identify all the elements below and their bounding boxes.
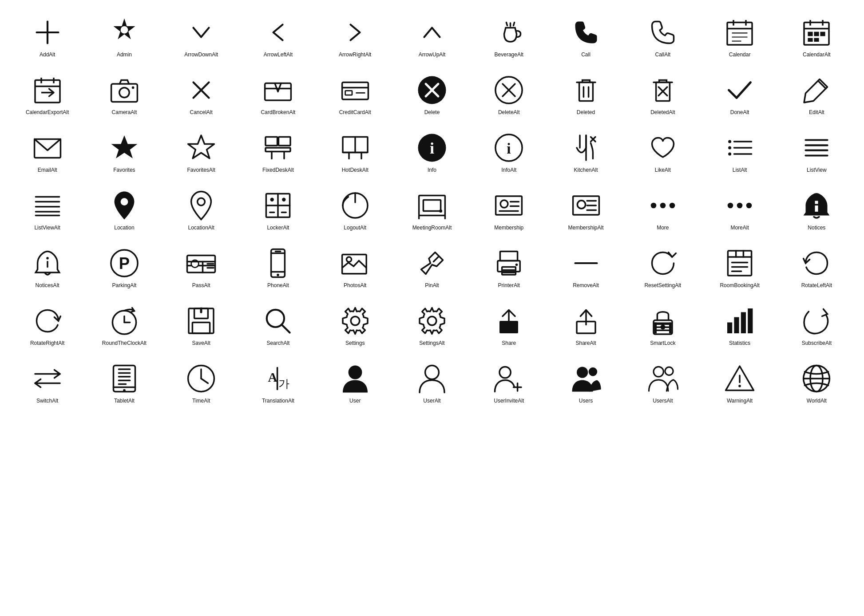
icon-label-more: More	[657, 225, 669, 232]
icon-label-resetsettingalt: ResetSettingAlt	[644, 282, 681, 289]
svg-point-77	[728, 146, 731, 150]
icon-cell-smartlock: SmartLock	[624, 297, 701, 351]
icon-label-noticesalt: NoticesAlt	[36, 282, 59, 289]
svg-point-188	[123, 389, 126, 392]
arrow-up-alt-icon	[416, 17, 448, 48]
svg-text:가: 가	[279, 377, 290, 390]
icon-cell-resetsettingalt: ResetSettingAlt	[624, 240, 701, 293]
icon-cell-cancelalt: CancelAlt	[163, 67, 240, 120]
favorites-alt-icon	[186, 132, 217, 163]
svg-rect-181	[734, 317, 739, 333]
edit-alt-icon	[801, 75, 832, 106]
icon-cell-translationalt: A 가 TranslationAlt	[240, 355, 317, 408]
smart-lock-icon	[647, 305, 678, 336]
icon-label-sharealt: ShareAlt	[576, 340, 596, 347]
tablet-alt-icon	[109, 363, 140, 394]
svg-line-166	[282, 325, 290, 333]
svg-point-75	[728, 140, 731, 143]
svg-rect-177	[654, 330, 671, 332]
icon-cell-switchalt: SwitchAlt	[9, 355, 86, 408]
icon-label-infoalt: InfoAlt	[501, 167, 516, 174]
svg-rect-179	[669, 323, 672, 334]
icon-cell-info: i Info	[393, 124, 470, 178]
icon-cell-savealt: SaveAlt	[163, 297, 240, 351]
icon-cell-infoalt: i InfoAlt	[471, 124, 547, 178]
icon-cell-notices: Notices	[778, 182, 855, 235]
svg-point-91	[198, 198, 205, 206]
calendar-alt-icon	[801, 17, 832, 48]
icon-cell-share: Share	[471, 297, 547, 351]
icon-cell-morealt: MoreAlt	[701, 182, 778, 235]
svg-rect-180	[727, 323, 732, 334]
icon-label-rotateleftalt: RotateLeftAlt	[801, 282, 832, 289]
list-view-alt-icon	[32, 190, 63, 221]
icon-label-cardbrokenalt: CardBrokenAlt	[261, 109, 295, 116]
more-alt-icon	[724, 190, 755, 221]
icon-cell-creditcardalt: CreditCardAlt	[317, 67, 393, 120]
icon-label-useralt: UserAlt	[423, 398, 440, 405]
svg-point-121	[746, 203, 751, 208]
membership-icon	[493, 190, 524, 221]
svg-point-205	[577, 367, 588, 378]
time-alt-icon	[186, 363, 217, 394]
icon-label-worldalt: WorldAlt	[807, 398, 827, 405]
svg-rect-56	[266, 137, 277, 146]
svg-marker-54	[111, 135, 137, 158]
icon-cell-likealt: LikeAlt	[624, 124, 701, 178]
user-icon	[340, 363, 371, 394]
icon-cell-usersalt: UsersAlt	[624, 355, 701, 408]
icon-label-share: Share	[502, 340, 516, 347]
settings-alt-icon	[416, 305, 448, 336]
favorites-icon	[109, 132, 140, 163]
icon-label-favorites: Favorites	[113, 167, 135, 174]
remove-alt-icon	[571, 248, 602, 279]
icon-label-statistics: Statistics	[729, 340, 750, 347]
icon-label-passalt: PassAlt	[192, 282, 210, 289]
location-alt-icon	[186, 190, 217, 221]
icon-cell-arrowrightalt: ArrowRightAlt	[317, 9, 393, 62]
icon-label-arrowupalt: ArrowUpAlt	[419, 51, 446, 59]
icon-label-fixeddeskalt: FixedDeskAlt	[262, 167, 294, 174]
icon-cell-addalt: AddAlt	[9, 9, 86, 62]
membership-alt-icon	[571, 190, 602, 221]
icon-label-timealt: TimeAlt	[192, 398, 210, 405]
svg-rect-176	[654, 327, 671, 328]
icon-cell-warningalt: WarningAlt	[701, 355, 778, 408]
icon-label-listview: ListView	[807, 167, 826, 174]
svg-rect-163	[193, 323, 210, 334]
svg-point-116	[651, 203, 657, 209]
svg-point-79	[728, 153, 731, 156]
printer-alt-icon	[493, 248, 524, 279]
svg-point-29	[132, 87, 135, 89]
icon-label-roombookingalt: RoomBookingAlt	[720, 282, 759, 289]
svg-point-112	[577, 201, 585, 209]
icon-label-listviewalt: ListViewAlt	[34, 225, 60, 232]
icon-label-tabletalt: TabletAlt	[114, 398, 135, 405]
subscribe-alt-icon	[801, 305, 832, 336]
icon-cell-membership: Membership	[471, 182, 547, 235]
svg-point-120	[737, 203, 742, 208]
icon-cell-roundtheclockalt: RoundTheClockAlt	[86, 297, 162, 351]
icon-cell-rotaterightalt: RotateRightAlt	[9, 297, 86, 351]
icon-cell-worldalt: WorldAlt	[778, 355, 855, 408]
calendar-icon	[724, 17, 755, 48]
icon-label-arrowleftalt: ArrowLeftAlt	[264, 51, 293, 59]
icon-label-users: Users	[579, 398, 593, 405]
icon-cell-delete: Delete	[393, 67, 470, 120]
users-icon	[571, 363, 602, 394]
svg-point-139	[277, 274, 280, 276]
email-alt-icon	[32, 132, 63, 163]
more-icon	[647, 190, 678, 221]
switch-alt-icon	[32, 363, 63, 394]
svg-text:i: i	[507, 140, 511, 157]
admin-icon	[109, 17, 140, 48]
svg-rect-102	[423, 200, 440, 211]
icon-label-calendarexportalt: CalendarExportAlt	[26, 109, 69, 116]
svg-line-143	[433, 257, 438, 262]
icon-label-parkingalt: ParkingAlt	[112, 282, 137, 289]
user-invite-alt-icon	[493, 363, 524, 394]
reset-setting-alt-icon	[647, 248, 678, 279]
svg-rect-122	[815, 205, 818, 212]
icon-label-warningalt: WarningAlt	[727, 398, 753, 405]
svg-point-168	[428, 317, 436, 326]
